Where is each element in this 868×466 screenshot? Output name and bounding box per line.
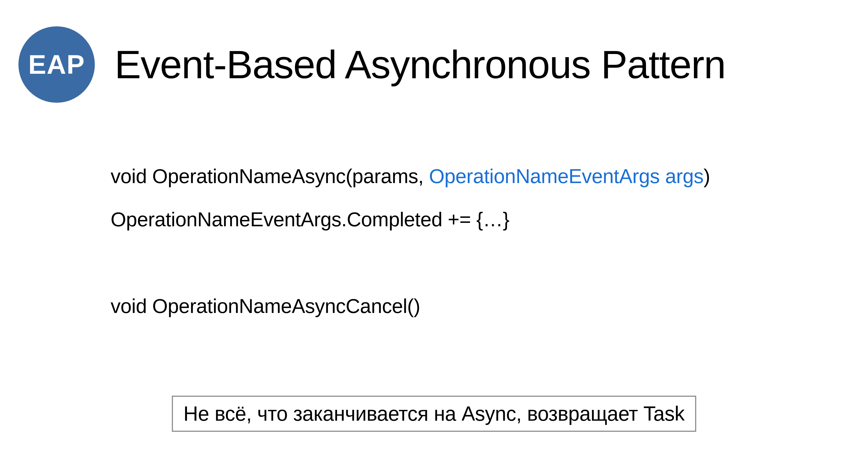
slide-title: Event-Based Asynchronous Pattern <box>115 42 725 88</box>
code-line-2: OperationNameEventArgs.Completed += {…} <box>111 207 868 232</box>
slide-header: EAP Event-Based Asynchronous Pattern <box>0 0 868 103</box>
code-line-1-highlight: OperationNameEventArgs args <box>429 165 704 187</box>
eap-badge: EAP <box>19 26 95 103</box>
slide-footer: Не всё, что заканчивается на Async, возв… <box>172 396 696 432</box>
footer-note-box: Не всё, что заканчивается на Async, возв… <box>172 396 696 432</box>
code-line-3: void OperationNameAsyncCancel() <box>111 293 868 319</box>
code-line-1: void OperationNameAsync(params, Operatio… <box>111 163 868 189</box>
code-content: void OperationNameAsync(params, Operatio… <box>0 103 868 319</box>
badge-label: EAP <box>28 49 85 80</box>
code-line-1-prefix: void OperationNameAsync(params, <box>111 165 429 187</box>
code-line-1-suffix: ) <box>704 165 710 187</box>
